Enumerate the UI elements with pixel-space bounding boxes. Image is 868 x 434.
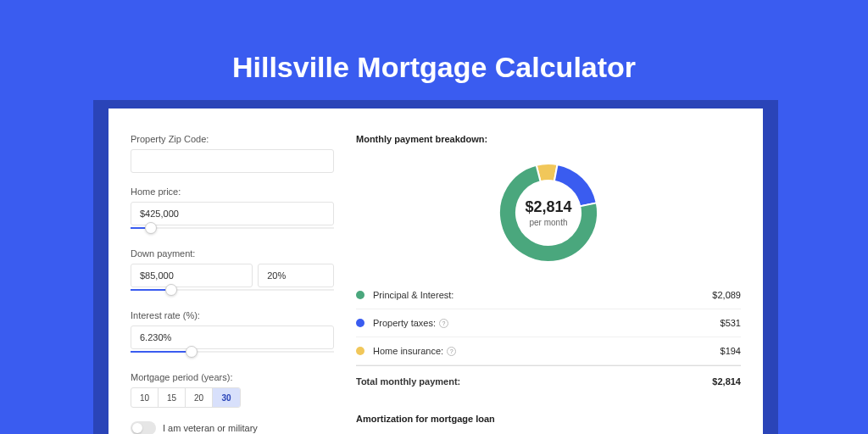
period-option-20[interactable]: 20 [186,388,213,407]
interest-rate-input[interactable] [131,326,334,349]
interest-rate-group: Interest rate (%): [131,310,334,359]
legend-dot-icon [356,319,364,327]
interest-rate-label: Interest rate (%): [131,310,334,320]
donut-chart: $2,814 per month [356,158,741,268]
period-selector: 10152030 [131,387,241,408]
page-background: Hillsville Mortgage Calculator Property … [0,0,868,434]
veteran-row: I am veteran or military [131,421,334,434]
donut-sub: per month [529,218,567,227]
legend-label: Principal & Interest: [373,290,712,300]
breakdown-title: Monthly payment breakdown: [356,134,741,144]
legend-label: Home insurance:? [373,346,721,356]
legend-dot-icon [356,347,364,355]
veteran-toggle[interactable] [131,421,156,434]
legend-value: $531 [721,318,741,328]
period-option-10[interactable]: 10 [131,388,159,407]
legend-row: Property taxes:?$531 [356,309,741,337]
legend-label: Property taxes:? [373,318,721,328]
zip-group: Property Zip Code: [131,134,334,173]
legend-row: Home insurance:?$194 [356,337,741,365]
down-payment-amount-input[interactable] [131,264,253,287]
zip-label: Property Zip Code: [131,134,334,144]
down-payment-group: Down payment: [131,248,334,297]
period-option-30[interactable]: 30 [213,388,240,407]
total-label: Total monthly payment: [356,376,712,387]
legend-value: $2,089 [712,290,741,300]
form-column: Property Zip Code: Home price: Down paym… [131,134,334,434]
mortgage-period-label: Mortgage period (years): [131,372,334,382]
legend-row: Principal & Interest:$2,089 [356,281,741,309]
legend: Principal & Interest:$2,089Property taxe… [356,281,741,365]
calculator-panel: Property Zip Code: Home price: Down paym… [108,108,763,434]
mortgage-period-group: Mortgage period (years): 10152030 [131,372,334,408]
veteran-label: I am veteran or military [163,423,258,433]
amortization-title: Amortization for mortgage loan [356,414,741,424]
down-payment-slider[interactable] [131,287,334,297]
page-title: Hillsville Mortgage Calculator [0,0,868,84]
total-row: Total monthly payment: $2,814 [356,365,741,395]
interest-rate-slider[interactable] [131,348,334,359]
donut-center: $2,814 per month [493,158,604,268]
info-icon[interactable]: ? [447,347,456,356]
home-price-group: Home price: [131,186,334,235]
down-payment-label: Down payment: [131,248,334,259]
home-price-slider[interactable] [131,225,334,235]
down-payment-percent-input[interactable] [258,264,334,287]
period-option-15[interactable]: 15 [159,388,186,407]
zip-input[interactable] [131,149,334,173]
home-price-input[interactable] [131,202,334,225]
legend-dot-icon [356,291,364,299]
amortization-section: Amortization for mortgage loan Amortizat… [356,414,741,434]
donut-amount: $2,814 [525,198,571,216]
home-price-label: Home price: [131,186,334,197]
breakdown-column: Monthly payment breakdown: $2,814 per mo… [356,134,741,434]
legend-value: $194 [721,346,741,356]
info-icon[interactable]: ? [439,319,448,328]
total-value: $2,814 [712,376,741,387]
